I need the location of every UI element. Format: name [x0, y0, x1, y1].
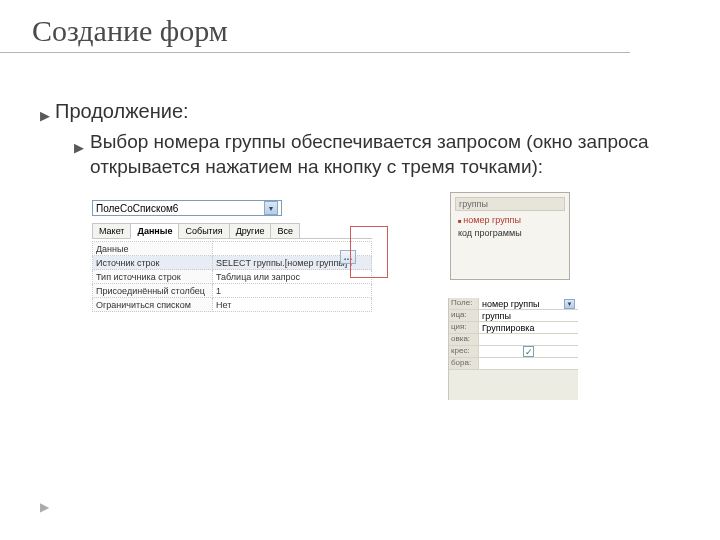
- grid-cell[interactable]: [479, 334, 578, 345]
- grid-row-label: бора:: [449, 358, 479, 369]
- object-combo[interactable]: ПолеСоСписком6 ▼: [92, 200, 282, 216]
- bullet-icon: ▶: [74, 140, 84, 155]
- grid-cell[interactable]: Группировка: [479, 322, 578, 333]
- query-design-grid: Поле: номер группы ▼ ица: группы ция: Гр…: [448, 298, 578, 400]
- grid-cell[interactable]: ✓: [479, 346, 578, 357]
- tab-other[interactable]: Другие: [229, 223, 272, 239]
- bullet-icon: ▶: [40, 108, 50, 123]
- grid-row-label: ица:: [449, 310, 479, 321]
- page-title: Создание форм: [0, 0, 630, 53]
- chevron-down-icon[interactable]: ▼: [264, 201, 278, 215]
- tab-data[interactable]: Данные: [130, 223, 179, 239]
- grid-row-label: овка:: [449, 334, 479, 345]
- grid-cell[interactable]: номер группы ▼: [479, 298, 578, 309]
- field-item[interactable]: код программы: [455, 227, 565, 240]
- property-grid: Данные Источник строкSELECT группы.[номе…: [92, 241, 372, 312]
- continuation-heading: Продолжение:: [55, 100, 189, 123]
- prop-value[interactable]: Нет: [213, 298, 372, 312]
- object-combo-value: ПолеСоСписком6: [96, 203, 178, 214]
- prop-label: Тип источника строк: [93, 270, 213, 284]
- grid-cell[interactable]: [479, 358, 578, 369]
- grid-row-label: крес:: [449, 346, 479, 357]
- prop-label: Присоединённый столбец: [93, 284, 213, 298]
- tab-all[interactable]: Все: [270, 223, 300, 239]
- prop-label: Источник строк: [93, 256, 213, 270]
- prop-value[interactable]: Таблица или запрос: [213, 270, 372, 284]
- footer-bullet-icon: ▶: [40, 500, 49, 514]
- grid-cell[interactable]: группы: [479, 310, 578, 321]
- prop-label: Данные: [93, 242, 213, 256]
- tab-layout[interactable]: Макет: [92, 223, 131, 239]
- prop-value[interactable]: 1: [213, 284, 372, 298]
- grid-row-label: ция:: [449, 322, 479, 333]
- checkbox-checked-icon[interactable]: ✓: [523, 346, 534, 357]
- prop-label: Ограничиться списком: [93, 298, 213, 312]
- field-item[interactable]: номер группы: [455, 214, 565, 227]
- body-text: Выбор номера группы обеспечивается запро…: [90, 130, 650, 179]
- grid-row-label: Поле:: [449, 298, 479, 309]
- highlight-box: [350, 226, 388, 278]
- grid-cell-value: Группировка: [482, 323, 534, 333]
- table-header: группы: [455, 197, 565, 211]
- grid-cell-value: группы: [482, 311, 511, 321]
- field-list-panel: группы номер группы код программы: [450, 192, 570, 280]
- property-sheet: ПолеСоСписком6 ▼ Макет Данные События Др…: [92, 200, 372, 312]
- tab-events[interactable]: События: [178, 223, 229, 239]
- property-tabs: Макет Данные События Другие Все: [92, 222, 372, 239]
- chevron-down-icon[interactable]: ▼: [564, 299, 575, 309]
- grid-cell-value: номер группы: [482, 299, 540, 309]
